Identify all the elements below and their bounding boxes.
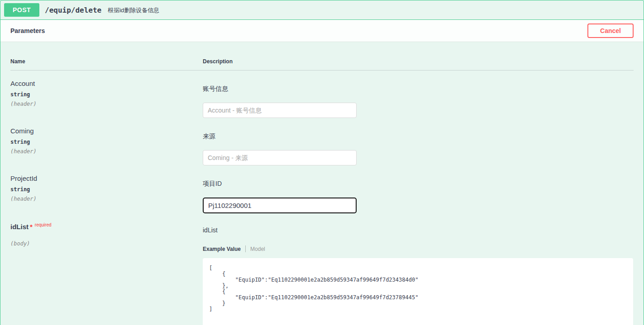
parameter-type: string (10, 186, 203, 193)
column-header-name: Name (10, 58, 203, 65)
parameter-description-cell: 来源 (203, 127, 634, 165)
account-input[interactable] (203, 103, 357, 118)
parameter-row-coming: Coming string (header) 来源 (10, 118, 634, 165)
parameter-description-cell: 账号信息 (203, 80, 634, 118)
parameter-description: idList (203, 222, 634, 234)
parameter-description: 账号信息 (203, 80, 634, 93)
endpoint-summary: 根据id删除设备信息 (108, 6, 159, 14)
parameter-location: (header) (10, 148, 203, 155)
parameter-location: (body) (10, 240, 203, 247)
parameter-location: (header) (10, 196, 203, 202)
parameter-name: idList*required (10, 222, 203, 231)
parameter-name-cell: Account string (header) (10, 80, 203, 118)
parameter-description-cell: idList Example Value Model [ { "EquipID"… (203, 222, 634, 325)
endpoint-path: /equip/delete (45, 6, 101, 14)
tab-example-value[interactable]: Example Value (203, 246, 245, 252)
parameter-name-cell: idList*required (body) (10, 222, 203, 325)
parameter-description: 来源 (203, 127, 634, 141)
projectid-input[interactable] (203, 198, 357, 213)
parameter-type: string (10, 139, 203, 145)
parameter-name-text: idList (10, 223, 29, 231)
parameter-description-cell: 项目ID (203, 174, 634, 213)
example-value-block: [ { "EquipID":"Eq1102290001e2a2b859d5934… (203, 258, 633, 325)
parameter-name: Coming (10, 127, 203, 135)
parameter-row-account: Account string (header) 账号信息 (10, 71, 634, 118)
required-asterisk: * (30, 223, 33, 231)
parameter-row-projectid: ProjectId string (header) 项目ID (10, 165, 634, 213)
cancel-button[interactable]: Cancel (587, 24, 634, 38)
parameter-name-cell: Coming string (header) (10, 127, 203, 165)
post-opblock: POST /equip/delete 根据id删除设备信息 Parameters… (0, 0, 644, 325)
parameter-location: (header) (10, 101, 203, 107)
parameters-body: Name Description Account string (header)… (0, 42, 644, 325)
required-label: required (35, 222, 52, 227)
coming-input[interactable] (203, 150, 357, 165)
parameters-table-header: Name Description (10, 42, 634, 71)
parameter-row-idlist: idList*required (body) idList Example Va… (10, 213, 634, 325)
model-example-tabs: Example Value Model (203, 245, 634, 252)
parameters-section-header: Parameters Cancel (0, 20, 644, 42)
parameter-name-cell: ProjectId string (header) (10, 174, 203, 213)
example-json: [ { "EquipID":"Eq1102290001e2a2b859d5934… (209, 265, 627, 312)
column-header-description: Description (203, 58, 634, 65)
parameter-description: 项目ID (203, 174, 634, 188)
tab-model[interactable]: Model (246, 246, 265, 252)
parameter-type: string (10, 91, 203, 98)
http-method-badge: POST (4, 3, 39, 17)
parameter-name: ProjectId (10, 174, 203, 182)
opblock-summary[interactable]: POST /equip/delete 根据id删除设备信息 (0, 0, 644, 20)
parameters-title: Parameters (10, 27, 45, 34)
parameter-name: Account (10, 80, 203, 87)
